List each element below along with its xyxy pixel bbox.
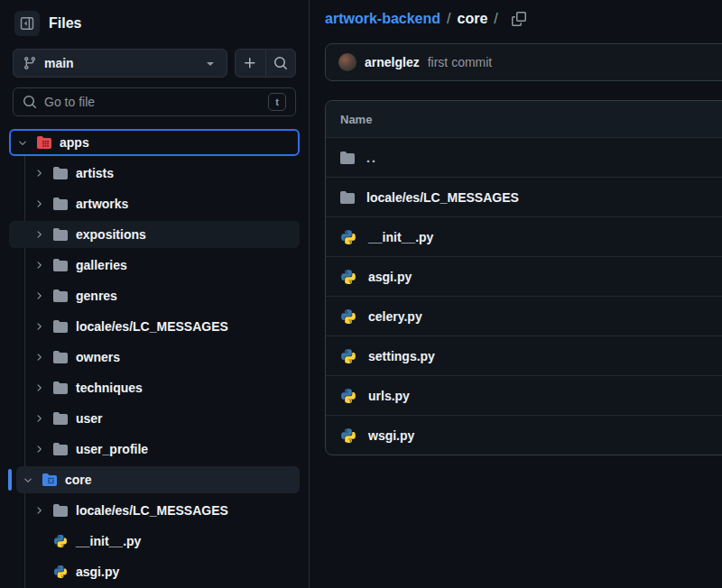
- tree-item-apps[interactable]: apps: [9, 129, 300, 156]
- tree-item-genres[interactable]: genres: [9, 282, 300, 309]
- python-file-icon: [340, 308, 356, 325]
- tree-item-label: apps: [60, 135, 89, 150]
- chevron-down-icon: [22, 474, 34, 485]
- sidebar-header: Files: [0, 7, 309, 40]
- tree-item-label: asgi.py: [76, 565, 119, 579]
- add-file-button[interactable]: [236, 50, 265, 77]
- file-name-link[interactable]: locale/es/LC_MESSAGES: [366, 190, 519, 205]
- tree-item-user-profile[interactable]: user_profile: [9, 436, 300, 463]
- table-row-celery-py[interactable]: celery.py: [326, 296, 722, 335]
- files-sidebar: Files main t: [0, 0, 310, 588]
- python-file-icon: [340, 388, 356, 404]
- chevron-right-icon: [32, 321, 45, 332]
- chevron-right-icon: [32, 260, 45, 271]
- folder-icon: [53, 166, 68, 180]
- folder-icon: [53, 381, 68, 395]
- search-icon: [273, 56, 288, 70]
- chevron-down-icon: [16, 137, 29, 148]
- tree-item-techniques[interactable]: techniques: [9, 374, 300, 401]
- tree-item-asgi-py[interactable]: asgi.py: [9, 558, 300, 585]
- tree-item-locale[interactable]: locale/es/LC_MESSAGES: [9, 313, 300, 340]
- caret-down-icon: [203, 56, 218, 70]
- breadcrumb-current-dir: core: [458, 11, 488, 27]
- commit-author[interactable]: arnelglez: [365, 55, 420, 69]
- shortcut-key-badge: t: [268, 93, 286, 111]
- file-name-link[interactable]: __init__.py: [368, 230, 433, 244]
- folder-icon: [53, 503, 68, 518]
- breadcrumb: artwork-backend / core /: [325, 9, 722, 29]
- breadcrumb-repo-link[interactable]: artwork-backend: [325, 11, 440, 27]
- latest-commit-bar: arnelglez first commit: [325, 43, 722, 81]
- file-name-link[interactable]: urls.py: [368, 389, 410, 403]
- avatar[interactable]: [338, 53, 356, 71]
- folder-icon: [53, 319, 68, 334]
- file-name-link[interactable]: asgi.py: [368, 270, 412, 284]
- chevron-right-icon: [32, 352, 45, 363]
- sidebar-panel-icon: [20, 16, 34, 31]
- copy-icon: [512, 12, 526, 26]
- file-name-link[interactable]: celery.py: [368, 309, 422, 324]
- file-name-link[interactable]: ..: [366, 151, 377, 165]
- tree-item-label: galleries: [76, 258, 127, 272]
- table-row-wsgi-py[interactable]: wsgi.py: [326, 415, 722, 455]
- folder-icon: [53, 350, 68, 364]
- table-row-locale[interactable]: locale/es/LC_MESSAGES: [326, 177, 722, 216]
- tree-item-init-py[interactable]: __init__.py: [9, 528, 300, 555]
- commit-message[interactable]: first commit: [428, 55, 493, 69]
- table-header-row: Name: [326, 101, 722, 137]
- tree-item-label: techniques: [76, 381, 143, 395]
- table-row-parent-dir[interactable]: ..: [326, 137, 722, 177]
- file-name-link[interactable]: wsgi.py: [368, 428, 414, 443]
- branch-selector[interactable]: main: [13, 49, 227, 78]
- tree-item-label: artists: [76, 166, 114, 180]
- tree-item-label: user: [76, 411, 103, 426]
- tree-item-artists[interactable]: artists: [9, 160, 300, 187]
- chevron-right-icon: [32, 382, 45, 393]
- collapse-sidebar-button[interactable]: [14, 11, 40, 36]
- tree-item-expositions[interactable]: expositions: [9, 221, 300, 248]
- folder-icon: [53, 442, 68, 456]
- search-this-repo-button[interactable]: [265, 50, 296, 77]
- plus-icon: [243, 56, 257, 70]
- core-folder-icon: [42, 473, 57, 487]
- tree-item-label: owners: [76, 350, 120, 364]
- apps-folder-icon: [37, 135, 51, 150]
- copy-path-button[interactable]: [510, 10, 528, 28]
- folder-icon: [53, 258, 68, 272]
- chevron-right-icon: [32, 505, 45, 516]
- git-branch-icon: [23, 56, 37, 70]
- python-file-icon: [340, 229, 356, 245]
- tree-item-label: locale/es/LC_MESSAGES: [76, 319, 228, 334]
- search-icon: [23, 95, 37, 109]
- python-file-icon: [340, 427, 356, 444]
- go-to-file-input[interactable]: [44, 95, 261, 109]
- file-name-link[interactable]: settings.py: [368, 349, 435, 363]
- tree-item-core[interactable]: core: [16, 466, 300, 493]
- file-tree: apps artists artworks expositions ga: [0, 129, 309, 585]
- tree-item-core-locale[interactable]: locale/es/LC_MESSAGES: [9, 497, 300, 524]
- chevron-right-icon: [32, 168, 45, 179]
- table-row-settings-py[interactable]: settings.py: [326, 335, 722, 375]
- folder-icon: [53, 197, 68, 211]
- repo-content: artwork-backend / core / arnelglez first…: [310, 0, 722, 588]
- tree-item-user[interactable]: user: [9, 405, 300, 432]
- table-row-asgi-py[interactable]: asgi.py: [326, 256, 722, 296]
- table-row-urls-py[interactable]: urls.py: [326, 375, 722, 415]
- file-actions-group: [235, 49, 296, 78]
- tree-item-label: expositions: [76, 227, 146, 242]
- breadcrumb-separator: /: [494, 11, 497, 27]
- tree-item-label: core: [65, 473, 92, 487]
- folder-icon: [53, 411, 68, 426]
- sidebar-controls: main: [0, 49, 309, 78]
- github-file-browser: Files main t: [0, 0, 722, 588]
- chevron-right-icon: [32, 229, 45, 240]
- tree-item-galleries[interactable]: galleries: [9, 252, 300, 279]
- sidebar-title: Files: [49, 15, 81, 32]
- tree-item-label: __init__.py: [76, 534, 141, 548]
- tree-item-label: genres: [76, 289, 117, 303]
- tree-item-artworks[interactable]: artworks: [9, 190, 300, 217]
- tree-item-label: artworks: [76, 197, 128, 211]
- tree-item-owners[interactable]: owners: [9, 344, 300, 371]
- branch-name: main: [44, 56, 74, 70]
- table-row-init-py[interactable]: __init__.py: [326, 216, 722, 256]
